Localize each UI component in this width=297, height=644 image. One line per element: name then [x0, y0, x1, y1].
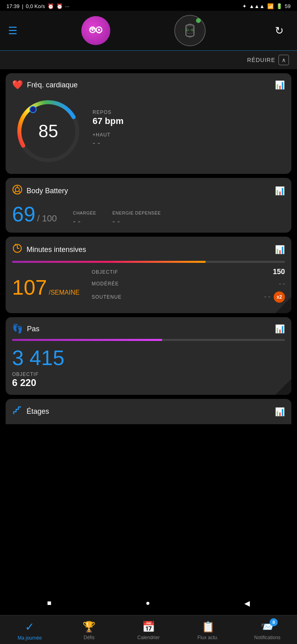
body-battery-header: Body Battery 📊 [12, 184, 285, 197]
hamburger-menu[interactable]: ☰ [8, 25, 17, 37]
body-battery-body: 69 / 100 CHARGÉE - - ÉNERGIE DÉPENSÉE - … [12, 202, 285, 226]
bottom-nav: ✓ Ma journée 🏆 Défis 📅 Calendrier 📋 Flux… [0, 615, 297, 644]
svg-line-16 [19, 191, 20, 192]
svg-point-3 [98, 29, 100, 31]
reduce-label: RÉDUIRE [247, 57, 275, 63]
repos-row: REPOS 67 bpm [93, 109, 285, 126]
progress-fill [12, 261, 206, 263]
minutes-title: Minutes intensives [12, 243, 86, 256]
pas-value: 3 415 [12, 346, 285, 370]
network-speed: | [22, 3, 23, 9]
watch-connection-dot [196, 18, 201, 23]
charged-stat: CHARGÉE - - [73, 211, 96, 226]
nav-notifications[interactable]: 📨 8 Notifications [237, 619, 297, 642]
energy-stat: ÉNERGIE DÉPENSÉE - - [112, 211, 161, 226]
flux-label: Flux actu. [198, 635, 219, 640]
notifications-label: Notifications [254, 635, 280, 640]
soutenue-row: SOUTENUE - - x2 [92, 291, 285, 303]
battery-icon: 🔋 [276, 3, 283, 9]
nav-flux[interactable]: 📋 Flux actu. [178, 619, 238, 642]
svg-point-14 [15, 188, 19, 192]
nav-calendrier[interactable]: 📅 Calendrier [119, 619, 178, 642]
body-battery-title: Body Battery [12, 184, 68, 197]
objectif-row: OBJECTIF 150 [92, 268, 285, 276]
defis-icon: 🏆 [82, 621, 95, 633]
system-stop-button[interactable]: ■ [47, 599, 52, 608]
network-speed-value: 0,0 Ko/s [26, 3, 45, 9]
ma-journee-label: Ma journée [18, 635, 42, 641]
pas-objectif-label: OBJECTIF [12, 372, 285, 377]
svg-point-2 [92, 29, 94, 31]
corner-fold [275, 297, 291, 313]
wifi-icon: 📶 [267, 3, 274, 9]
nav-defis[interactable]: 🏆 Défis [60, 619, 119, 642]
svg-text:12:00: 12:00 [186, 29, 194, 32]
time: 17:39 [6, 3, 20, 9]
repos-value: 67 bpm [93, 116, 285, 126]
minutes-stats: OBJECTIF 150 MODÉRÉE - - SOUTENUE - - x2 [92, 268, 285, 307]
system-back-button[interactable]: ◀ [244, 599, 250, 608]
battery-value: 59 [285, 3, 291, 9]
header: ☰ 12:00 ↻ [0, 11, 297, 51]
minutes-header: Minutes intensives 📊 [12, 243, 285, 256]
haut-value: - - [93, 138, 285, 148]
ma-journee-icon: ✓ [25, 620, 34, 634]
status-left: 17:39 | 0,0 Ko/s ⏰ ⏰ ··· [6, 3, 69, 9]
svg-line-15 [14, 191, 16, 192]
moderee-row: MODÉRÉE - - [92, 280, 285, 287]
etages-chart-icon[interactable]: 📊 [275, 407, 285, 417]
pas-progress-bg [12, 339, 285, 341]
progress-bg [12, 261, 285, 263]
pas-chart-icon[interactable]: 📊 [275, 324, 285, 334]
body-battery-icon [12, 184, 23, 197]
bluetooth-icon: ✦ [242, 3, 247, 9]
minutes-chart-icon[interactable]: 📊 [275, 245, 285, 254]
svg-point-11 [30, 106, 36, 113]
watch-icon[interactable]: 12:00 [174, 15, 206, 46]
haut-row: +HAUT - - [93, 132, 285, 148]
minutes-progress [12, 261, 285, 263]
minutes-body: 107 /SEMAINE OBJECTIF 150 MODÉRÉE - - SO… [12, 268, 285, 307]
heart-rate-card: ❤️ Fréq. cardiaque 📊 [6, 73, 291, 174]
pas-progress [12, 339, 285, 341]
bb-main-value: 69 / 100 [12, 202, 57, 226]
pas-objectif-value: 6 220 [12, 377, 285, 388]
svg-rect-7 [188, 24, 192, 25]
refresh-button[interactable]: ↻ [270, 21, 289, 40]
heart-chart-icon[interactable]: 📊 [275, 80, 285, 90]
etages-icon [12, 405, 23, 418]
bb-stats: CHARGÉE - - ÉNERGIE DÉPENSÉE - - [73, 211, 161, 226]
etages-card-partial: Étages 📊 [6, 399, 291, 424]
pas-progress-fill [12, 339, 162, 341]
reduce-chevron-button[interactable]: ∧ [278, 55, 289, 65]
minutes-card: Minutes intensives 📊 107 /SEMAINE OBJECT… [6, 237, 291, 313]
heart-rate-value: 85 [39, 121, 58, 141]
bb-chart-icon[interactable]: 📊 [275, 186, 285, 196]
repos-label: REPOS [93, 109, 285, 115]
heart-icon: ❤️ [12, 80, 23, 90]
system-nav: ■ ● ◀ [0, 595, 297, 612]
calendrier-icon: 📅 [142, 621, 155, 633]
status-bar: 17:39 | 0,0 Ko/s ⏰ ⏰ ··· ✦ ▲▲▲ 📶 🔋 59 [0, 0, 297, 11]
nav-ma-journee[interactable]: ✓ Ma journée [0, 619, 60, 642]
body-battery-card: Body Battery 📊 69 / 100 CHARGÉE - - ÉNER… [6, 178, 291, 233]
calendrier-label: Calendrier [137, 635, 159, 640]
notifications-badge-wrap: 📨 8 [261, 621, 274, 633]
pas-title: 👣 Pas [12, 324, 39, 334]
system-home-button[interactable]: ● [146, 599, 150, 608]
heart-rate-body: 85 REPOS 67 bpm +HAUT - - [12, 95, 285, 167]
heart-rate-title: ❤️ Fréq. cardiaque [12, 80, 78, 90]
minutes-icon [12, 243, 23, 256]
pas-header: 👣 Pas 📊 [12, 324, 285, 334]
minutes-main: 107 /SEMAINE [12, 275, 80, 299]
notifications-badge: 8 [270, 618, 278, 626]
alarm-icon2: ⏰ [56, 3, 63, 9]
pas-icon: 👣 [12, 324, 23, 334]
signal-icon: ▲▲▲ [249, 3, 265, 9]
heart-stats: REPOS 67 bpm +HAUT - - [93, 109, 285, 153]
heart-rate-header: ❤️ Fréq. cardiaque 📊 [12, 80, 285, 90]
heart-gauge: 85 [12, 95, 85, 167]
status-right: ✦ ▲▲▲ 📶 🔋 59 [242, 3, 291, 9]
pas-corner-fold [275, 379, 291, 395]
app-logo [81, 16, 110, 45]
